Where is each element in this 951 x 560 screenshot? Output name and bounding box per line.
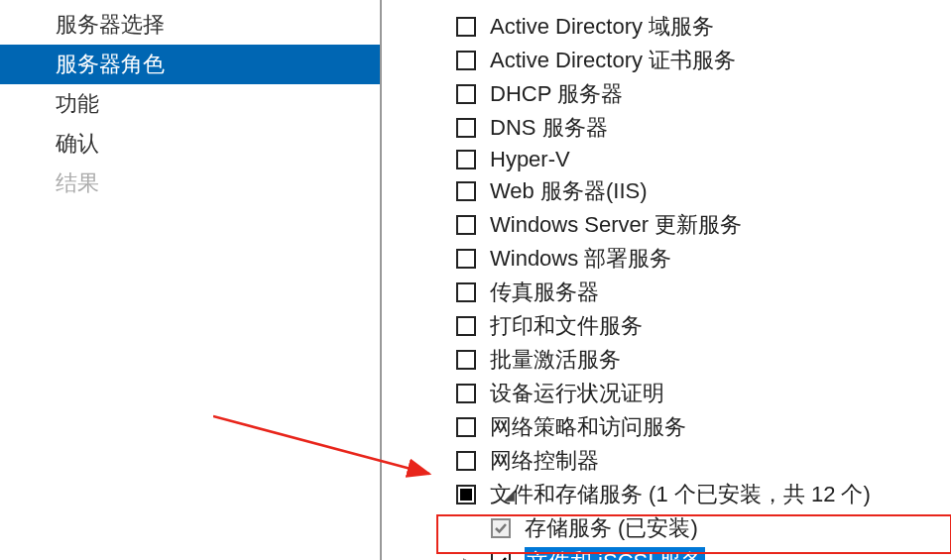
checkbox-icon[interactable] (456, 451, 476, 471)
role-item[interactable]: 网络控制器 (456, 444, 951, 478)
role-label: 网络控制器 (490, 446, 599, 476)
role-label: Active Directory 证书服务 (490, 46, 736, 75)
role-item[interactable]: DHCP 服务器 (456, 77, 951, 111)
checkbox-checked-disabled-icon (491, 518, 511, 538)
checkbox-icon[interactable] (456, 150, 476, 169)
role-label: 批量激活服务 (490, 345, 621, 375)
sidebar-item-server-selection[interactable]: 服务器选择 (0, 5, 380, 45)
checkbox-icon[interactable] (456, 181, 476, 201)
checkbox-checked-icon[interactable] (491, 552, 511, 560)
role-item-expandable[interactable]: ◢ 文件和存储服务 (1 个已安装，共 12 个) (456, 478, 951, 511)
checkbox-icon[interactable] (456, 282, 476, 302)
checkbox-icon[interactable] (456, 316, 476, 336)
role-item[interactable]: Active Directory 域服务 (456, 10, 951, 44)
role-item[interactable]: 网络策略和访问服务 (456, 410, 951, 444)
role-item[interactable]: 传真服务器 (456, 276, 951, 309)
role-label: Windows 部署服务 (490, 244, 671, 274)
checkbox-icon[interactable] (456, 118, 476, 138)
checkbox-icon[interactable] (456, 384, 476, 403)
sidebar-item-server-roles[interactable]: 服务器角色 (0, 45, 380, 84)
child-role-label: 存储服务 (已安装) (525, 513, 698, 543)
checkbox-icon[interactable] (456, 350, 476, 370)
checkbox-icon[interactable] (456, 17, 476, 37)
checkbox-icon[interactable] (456, 84, 476, 104)
roles-panel: Active Directory 域服务 Active Directory 证书… (382, 0, 951, 560)
role-item[interactable]: Active Directory 证书服务 (456, 44, 951, 77)
role-label: Active Directory 域服务 (490, 12, 714, 42)
role-label: Hyper-V (490, 147, 570, 172)
role-label: 设备运行状况证明 (490, 379, 664, 408)
child-role-item[interactable]: 存储服务 (已安装) (491, 511, 951, 545)
checkbox-icon[interactable] (456, 51, 476, 70)
role-label: 传真服务器 (490, 278, 599, 307)
sidebar-item-results: 结果 (0, 164, 380, 203)
child-role-item[interactable]: ▷ 文件和 iSCSI 服务 (491, 545, 951, 560)
checkbox-icon[interactable] (456, 215, 476, 235)
wizard-sidebar: 服务器选择 服务器角色 功能 确认 结果 (0, 0, 382, 560)
checkbox-icon[interactable] (456, 249, 476, 269)
expand-collapsed-icon[interactable]: ▷ (463, 555, 472, 560)
child-role-list: 存储服务 (已安装) ▷ 文件和 iSCSI 服务 (456, 511, 951, 560)
role-label: Windows Server 更新服务 (490, 210, 742, 240)
checkbox-indeterminate-icon[interactable] (456, 485, 476, 504)
role-item[interactable]: 设备运行状况证明 (456, 377, 951, 410)
role-label: DHCP 服务器 (490, 79, 623, 109)
role-label: Web 服务器(IIS) (490, 176, 648, 206)
role-item[interactable]: Windows 部署服务 (456, 242, 951, 276)
role-label: DNS 服务器 (490, 113, 608, 143)
role-item[interactable]: Web 服务器(IIS) (456, 174, 951, 208)
role-item[interactable]: 批量激活服务 (456, 343, 951, 377)
role-label: 打印和文件服务 (490, 311, 643, 341)
role-label: 网络策略和访问服务 (490, 412, 686, 442)
expand-arrow-icon[interactable]: ◢ (504, 487, 515, 503)
role-item[interactable]: 打印和文件服务 (456, 309, 951, 343)
role-list: Active Directory 域服务 Active Directory 证书… (382, 10, 951, 560)
checkbox-icon[interactable] (456, 417, 476, 437)
role-item[interactable]: Hyper-V (456, 145, 951, 174)
role-item[interactable]: Windows Server 更新服务 (456, 208, 951, 242)
sidebar-item-confirmation[interactable]: 确认 (0, 124, 380, 164)
role-label: 文件和存储服务 (1 个已安装，共 12 个) (490, 480, 871, 509)
child-role-label-selected: 文件和 iSCSI 服务 (525, 547, 705, 560)
role-item[interactable]: DNS 服务器 (456, 111, 951, 145)
sidebar-item-features[interactable]: 功能 (0, 84, 380, 124)
